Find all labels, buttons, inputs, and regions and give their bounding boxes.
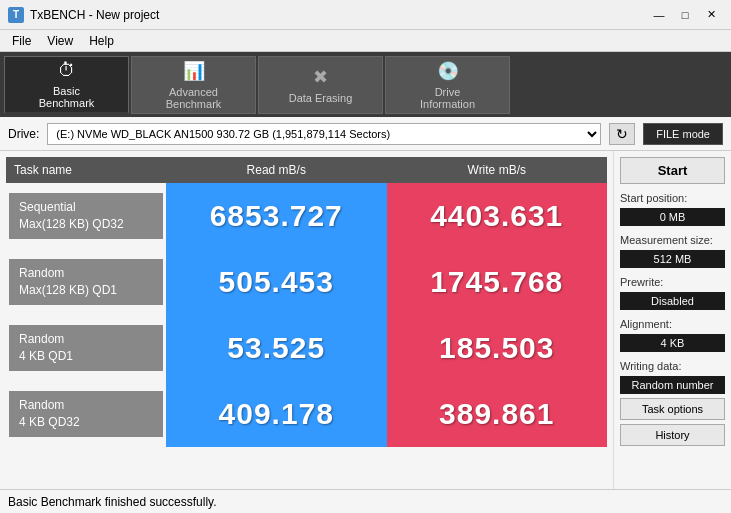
row-label-2: Random 4 KB QD1: [9, 325, 163, 371]
app-icon: T: [8, 7, 24, 23]
prewrite-label: Prewrite:: [620, 276, 725, 288]
toolbar: ⏱ Basic Benchmark 📊 Advanced Benchmark ✖…: [0, 52, 731, 117]
tab-drive-information[interactable]: 💿 Drive Information: [385, 56, 510, 114]
task-options-button[interactable]: Task options: [620, 398, 725, 420]
file-mode-button[interactable]: FILE mode: [643, 123, 723, 145]
maximize-button[interactable]: □: [673, 5, 697, 25]
basic-benchmark-icon: ⏱: [58, 60, 76, 81]
write-cell-3: 389.861: [387, 381, 608, 447]
write-cell-1: 1745.768: [387, 249, 608, 315]
menu-help[interactable]: Help: [81, 32, 122, 50]
drive-information-icon: 💿: [437, 60, 459, 82]
history-button[interactable]: History: [620, 424, 725, 446]
bench-table: Task name Read mB/s Write mB/s Sequentia…: [6, 157, 607, 447]
alignment-value: 4 KB: [620, 334, 725, 352]
status-text: Basic Benchmark finished successfully.: [8, 495, 217, 509]
col-read: Read mB/s: [166, 157, 387, 183]
tab-basic-label: Basic Benchmark: [39, 85, 95, 109]
bench-area: Task name Read mB/s Write mB/s Sequentia…: [0, 151, 613, 489]
tab-erasing-label: Data Erasing: [289, 92, 353, 104]
start-position-label: Start position:: [620, 192, 725, 204]
writing-data-label: Writing data:: [620, 360, 725, 372]
start-position-value: 0 MB: [620, 208, 725, 226]
right-panel: Start Start position: 0 MB Measurement s…: [613, 151, 731, 489]
write-cell-2: 185.503: [387, 315, 608, 381]
title-bar-text: TxBENCH - New project: [30, 8, 647, 22]
prewrite-value: Disabled: [620, 292, 725, 310]
start-button[interactable]: Start: [620, 157, 725, 184]
row-label-3: Random 4 KB QD32: [9, 391, 163, 437]
tab-advanced-label: Advanced Benchmark: [166, 86, 222, 110]
menu-view[interactable]: View: [39, 32, 81, 50]
read-cell-0: 6853.727: [166, 183, 387, 249]
row-label-0: Sequential Max(128 KB) QD32: [9, 193, 163, 239]
title-bar-controls: — □ ✕: [647, 5, 723, 25]
close-button[interactable]: ✕: [699, 5, 723, 25]
menu-bar: File View Help: [0, 30, 731, 52]
advanced-benchmark-icon: 📊: [183, 60, 205, 82]
read-cell-2: 53.525: [166, 315, 387, 381]
table-row: Random Max(128 KB) QD1 505.453 1745.768: [6, 249, 607, 315]
row-label-1: Random Max(128 KB) QD1: [9, 259, 163, 305]
col-write: Write mB/s: [387, 157, 608, 183]
minimize-button[interactable]: —: [647, 5, 671, 25]
table-row: Random 4 KB QD32 409.178 389.861: [6, 381, 607, 447]
drive-bar: Drive: (E:) NVMe WD_BLACK AN1500 930.72 …: [0, 117, 731, 151]
write-cell-0: 4403.631: [387, 183, 608, 249]
drive-refresh-button[interactable]: ↻: [609, 123, 635, 145]
table-row: Random 4 KB QD1 53.525 185.503: [6, 315, 607, 381]
tab-drive-label: Drive Information: [420, 86, 475, 110]
read-cell-3: 409.178: [166, 381, 387, 447]
title-bar: T TxBENCH - New project — □ ✕: [0, 0, 731, 30]
writing-data-value: Random number: [620, 376, 725, 394]
alignment-label: Alignment:: [620, 318, 725, 330]
table-row: Sequential Max(128 KB) QD32 6853.727 440…: [6, 183, 607, 249]
tab-basic-benchmark[interactable]: ⏱ Basic Benchmark: [4, 56, 129, 114]
drive-select[interactable]: (E:) NVMe WD_BLACK AN1500 930.72 GB (1,9…: [47, 123, 601, 145]
drive-label: Drive:: [8, 127, 39, 141]
measurement-size-value: 512 MB: [620, 250, 725, 268]
measurement-size-label: Measurement size:: [620, 234, 725, 246]
status-bar: Basic Benchmark finished successfully.: [0, 489, 731, 513]
read-cell-1: 505.453: [166, 249, 387, 315]
tab-advanced-benchmark[interactable]: 📊 Advanced Benchmark: [131, 56, 256, 114]
menu-file[interactable]: File: [4, 32, 39, 50]
data-erasing-icon: ✖: [313, 66, 328, 88]
col-task-name: Task name: [6, 157, 166, 183]
tab-data-erasing[interactable]: ✖ Data Erasing: [258, 56, 383, 114]
main-content: Task name Read mB/s Write mB/s Sequentia…: [0, 151, 731, 489]
